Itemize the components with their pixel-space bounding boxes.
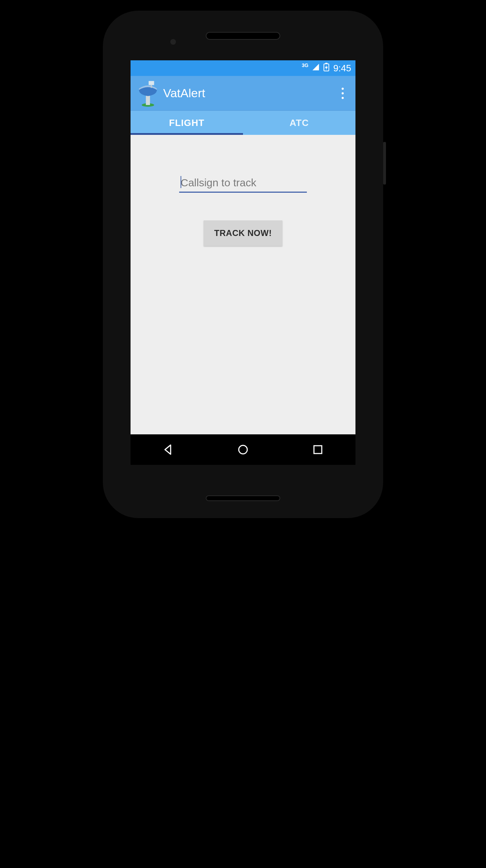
network-type-label: 3G — [302, 62, 309, 68]
svg-rect-7 — [314, 446, 322, 454]
battery-icon — [323, 63, 330, 73]
tab-flight[interactable]: FLIGHT — [131, 111, 243, 135]
callsign-input[interactable] — [179, 174, 307, 193]
svg-point-6 — [239, 445, 247, 454]
phone-power-button — [383, 142, 386, 185]
tab-flight-label: FLIGHT — [169, 117, 205, 128]
tab-bar: FLIGHT ATC — [131, 111, 355, 135]
nav-home-button[interactable] — [236, 443, 250, 457]
nav-recent-button[interactable] — [311, 443, 325, 457]
svg-rect-1 — [325, 63, 327, 64]
text-cursor — [181, 176, 181, 188]
tab-atc-label: ATC — [289, 117, 309, 128]
app-bar: VatAlert — [131, 76, 355, 111]
track-now-button[interactable]: TRACK NOW! — [204, 220, 282, 246]
svg-rect-5 — [151, 85, 152, 88]
content-area: TRACK NOW! — [131, 135, 355, 434]
phone-bottom-speaker — [206, 495, 280, 501]
app-icon-tower — [137, 79, 159, 108]
phone-frame: 3G 9:45 — [103, 11, 383, 518]
signal-icon — [312, 63, 320, 73]
nav-back-button[interactable] — [161, 443, 175, 457]
app-title: VatAlert — [163, 86, 336, 100]
clock-label: 9:45 — [333, 63, 351, 74]
svg-rect-4 — [149, 81, 154, 85]
overflow-menu-button[interactable] — [336, 83, 350, 104]
screen: 3G 9:45 — [131, 60, 355, 465]
tab-atc[interactable]: ATC — [243, 111, 355, 135]
android-nav-bar — [131, 434, 355, 465]
svg-rect-3 — [146, 94, 150, 105]
android-status-bar: 3G 9:45 — [131, 60, 355, 76]
